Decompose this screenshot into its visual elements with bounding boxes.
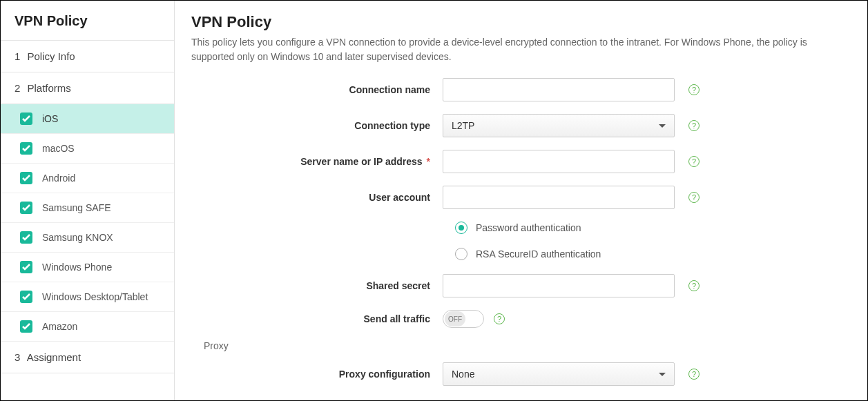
page-description: This policy lets you configure a VPN con… [191,35,851,64]
sidebar-item-windows-phone[interactable]: Windows Phone [1,253,174,282]
checkbox-icon [20,231,32,244]
page-title: VPN Policy [191,13,851,31]
send-all-toggle[interactable]: OFF [443,310,484,328]
label-server: Server name or IP address * [191,156,443,167]
radio-rsa-label: RSA SecureID authentication [476,248,601,260]
help-icon[interactable]: ? [688,120,700,131]
label-send-all: Send all traffic [191,313,443,324]
chevron-down-icon [659,373,666,376]
help-icon[interactable]: ? [494,313,505,324]
nav-num-3: 3 [15,351,20,363]
connection-type-select[interactable]: L2TP [443,114,675,137]
sidebar-item-macos[interactable]: macOS [1,134,174,164]
help-icon[interactable]: ? [688,280,700,291]
sidebar-item-samsung-knox[interactable]: Samsung KNOX [1,223,174,253]
nav-label-assignment: Assignment [27,351,81,363]
row-connection-type: Connection type L2TP ? [191,114,851,137]
checkbox-icon [20,113,32,125]
row-shared-secret: Shared secret ? [191,274,851,297]
nav-assignment[interactable]: 3 Assignment [1,342,174,373]
radio-password-auth[interactable]: Password authentication [455,222,851,234]
connection-name-input[interactable] [443,78,675,101]
sidebar-item-windows-desktop[interactable]: Windows Desktop/Tablet [1,282,174,312]
platform-label: macOS [42,143,75,154]
row-connection-name: Connection name ? [191,78,851,101]
nav-label-platforms: Platforms [28,82,71,94]
row-server: Server name or IP address * ? [191,150,851,173]
platform-label: Samsung SAFE [42,202,111,213]
radio-rsa-auth[interactable]: RSA SecureID authentication [455,248,851,260]
platform-label: Windows Phone [42,262,112,273]
label-server-text: Server name or IP address [300,156,422,167]
row-send-all: Send all traffic OFF ? [191,310,851,328]
row-proxy-config: Proxy configuration None ? [191,362,851,386]
nav-label-policy-info: Policy Info [28,50,75,62]
user-account-input[interactable] [443,186,675,209]
checkbox-icon [20,172,32,184]
help-icon[interactable]: ? [688,156,700,167]
label-shared-secret: Shared secret [191,280,443,291]
connection-type-value: L2TP [452,120,474,131]
required-mark: * [427,156,430,167]
sidebar-item-samsung-safe[interactable]: Samsung SAFE [1,193,174,223]
nav-policy-info[interactable]: 1 Policy Info [1,41,174,72]
radio-password-label: Password authentication [476,222,581,233]
sidebar: VPN Policy 1 Policy Info 2 Platforms iOS… [1,1,175,400]
checkbox-icon [20,291,32,303]
platform-label: Amazon [42,321,77,332]
checkbox-icon [20,142,32,155]
checkbox-icon [20,320,32,333]
radio-icon [455,222,467,234]
nav-num-2: 2 [15,82,20,94]
checkbox-icon [20,202,32,214]
help-icon[interactable]: ? [688,192,700,203]
nav-platforms[interactable]: 2 Platforms [1,72,174,104]
chevron-down-icon [659,124,666,128]
shared-secret-input[interactable] [443,274,675,297]
sidebar-title: VPN Policy [1,1,174,41]
sidebar-item-android[interactable]: Android [1,164,174,193]
label-connection-type: Connection type [191,120,443,131]
row-user-account: User account ? [191,186,851,209]
proxy-config-select[interactable]: None [443,362,675,386]
proxy-section-label: Proxy [204,340,851,351]
platform-label: Samsung KNOX [42,232,113,243]
label-proxy-config: Proxy configuration [191,369,443,380]
radio-icon [455,248,467,260]
server-input[interactable] [443,150,675,173]
toggle-knob: OFF [445,311,465,326]
checkbox-icon [20,261,32,273]
help-icon[interactable]: ? [688,369,700,380]
proxy-config-value: None [452,369,474,380]
platform-label: Android [42,173,75,184]
label-connection-name: Connection name [191,84,443,95]
label-user-account: User account [191,192,443,203]
platform-label: iOS [42,113,58,124]
main-panel: VPN Policy This policy lets you configur… [175,1,867,400]
help-icon[interactable]: ? [688,84,700,95]
platform-label: Windows Desktop/Tablet [42,291,148,302]
sidebar-item-ios[interactable]: iOS [1,104,174,134]
nav-num-1: 1 [15,50,20,62]
sidebar-item-amazon[interactable]: Amazon [1,312,174,342]
